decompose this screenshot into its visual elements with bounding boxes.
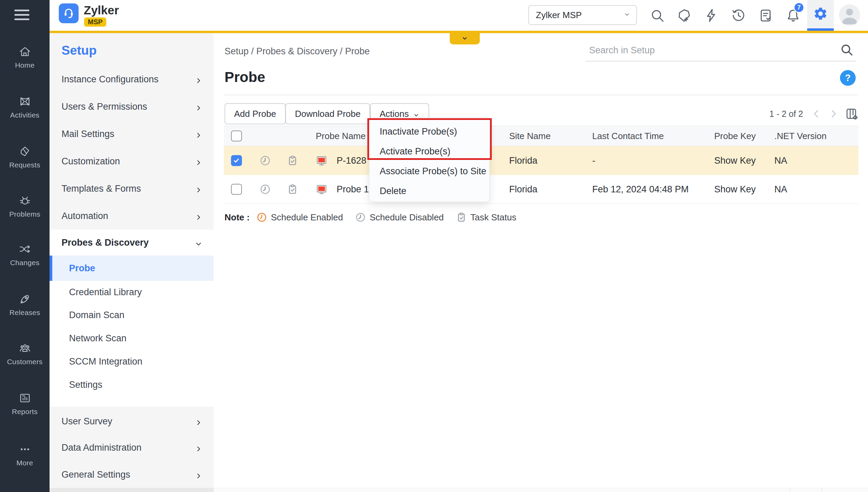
recent-items-button[interactable] bbox=[731, 8, 746, 23]
add-new-button[interactable] bbox=[676, 8, 692, 23]
main-content bbox=[214, 33, 868, 492]
rail-item-changes[interactable]: Changes bbox=[0, 243, 50, 267]
nav-customization[interactable]: Customization bbox=[50, 148, 214, 175]
rail-item-more[interactable]: More bbox=[0, 443, 50, 467]
setup-gear-button[interactable] bbox=[807, 0, 834, 31]
nav-label: Probe bbox=[69, 263, 95, 274]
chevron-down-icon bbox=[623, 10, 631, 20]
zylker-logo[interactable] bbox=[59, 3, 79, 23]
show-key-link[interactable]: Show Key bbox=[714, 184, 756, 194]
nav-automation[interactable]: Automation bbox=[50, 202, 214, 230]
page-title: Probe bbox=[225, 69, 265, 85]
menu-item-delete[interactable]: Delete bbox=[369, 181, 489, 201]
collapse-header-tab[interactable] bbox=[450, 33, 480, 44]
note-label: Note : bbox=[225, 212, 250, 223]
breadcrumb[interactable]: Setup / Probes & Discovery / Probe bbox=[225, 46, 370, 57]
nav-label: General Settings bbox=[62, 469, 130, 480]
nav-label: Settings bbox=[69, 380, 103, 390]
help-button[interactable]: ? bbox=[840, 70, 856, 86]
nav-credential-library[interactable]: Credential Library bbox=[50, 281, 214, 303]
col-site-name[interactable]: Site Name bbox=[509, 131, 551, 141]
table-row[interactable]: Probe 1 Florida Feb 12, 2024 04:48 PM Sh… bbox=[224, 175, 858, 204]
selected-indicator bbox=[50, 256, 52, 281]
show-key-link[interactable]: Show Key bbox=[714, 155, 756, 166]
hamburger-menu-icon[interactable] bbox=[14, 10, 29, 21]
rail-item-label: Customers bbox=[0, 358, 50, 366]
rail-item-problems[interactable]: Problems bbox=[0, 194, 50, 218]
nav-domain-scan[interactable]: Domain Scan bbox=[50, 303, 214, 327]
nav-mail-settings[interactable]: Mail Settings bbox=[50, 120, 214, 148]
sidebar-scrollbar[interactable] bbox=[50, 488, 214, 492]
task-status-icon[interactable] bbox=[286, 183, 299, 195]
rail-item-releases[interactable]: Releases bbox=[0, 292, 50, 317]
nav-label: Automation bbox=[62, 211, 108, 221]
rail-item-reports[interactable]: Reports bbox=[0, 392, 50, 416]
column-settings-icon[interactable] bbox=[845, 107, 858, 121]
rail-item-requests[interactable]: Requests bbox=[0, 145, 50, 169]
probe-name[interactable]: Probe 1 bbox=[337, 184, 369, 194]
table-row[interactable]: P-1628 Florida - Show Key NA bbox=[224, 146, 858, 175]
col-net-version[interactable]: .NET Version bbox=[774, 131, 827, 141]
prev-page-icon[interactable] bbox=[811, 108, 822, 120]
nav-templates-forms[interactable]: Templates & Forms bbox=[50, 175, 214, 202]
add-probe-button[interactable]: Add Probe bbox=[225, 103, 286, 124]
rail-item-customers[interactable]: Customers bbox=[0, 342, 50, 366]
org-select[interactable]: Zylker MSP bbox=[528, 5, 637, 25]
nav-user-survey[interactable]: User Survey bbox=[50, 409, 214, 434]
nav-network-scan[interactable]: Network Scan bbox=[50, 327, 214, 350]
nav-label: User Survey bbox=[62, 416, 112, 427]
chevron-right-icon bbox=[195, 185, 202, 192]
col-probe-key[interactable]: Probe Key bbox=[714, 131, 756, 141]
nav-general-settings[interactable]: General Settings bbox=[50, 461, 214, 488]
global-search-button[interactable] bbox=[649, 8, 665, 23]
chevron-right-icon bbox=[195, 158, 202, 165]
row-checkbox-checked[interactable] bbox=[231, 155, 242, 166]
chevron-right-icon bbox=[195, 131, 202, 137]
user-avatar[interactable] bbox=[839, 4, 860, 26]
setup-search-input[interactable] bbox=[589, 42, 828, 58]
app-window: Home Activities Requests Problems Change… bbox=[0, 0, 868, 492]
nav-instance-configurations[interactable]: Instance Configurations bbox=[50, 66, 214, 93]
quick-actions-button[interactable] bbox=[703, 8, 719, 23]
horizontal-scrollbar[interactable] bbox=[214, 488, 868, 492]
chevron-down-icon bbox=[195, 239, 202, 246]
actions-dropdown-menu: Inactivate Probe(s) Activate Probe(s) As… bbox=[369, 117, 490, 202]
next-page-icon[interactable] bbox=[828, 108, 839, 120]
nav-users-permissions[interactable]: Users & Permissions bbox=[50, 93, 214, 120]
site-name: Florida bbox=[509, 155, 538, 166]
nav-probes-discovery[interactable]: Probes & Discovery bbox=[50, 230, 214, 256]
schedule-disabled-icon bbox=[355, 211, 366, 223]
nav-data-administration[interactable]: Data Administration bbox=[50, 434, 214, 461]
search-icon[interactable] bbox=[839, 42, 854, 57]
rail-item-label: Home bbox=[0, 61, 50, 69]
select-all-checkbox[interactable] bbox=[231, 131, 242, 141]
chevron-right-icon bbox=[195, 213, 202, 219]
menu-item-associate-probes-to-site[interactable]: Associate Probe(s) to Site bbox=[369, 161, 489, 181]
table-header: Probe Name Site Name Last Contact Time P… bbox=[224, 126, 858, 146]
approvals-button[interactable] bbox=[758, 8, 774, 23]
col-probe-name[interactable]: Probe Name bbox=[316, 131, 366, 141]
download-probe-button[interactable]: Download Probe bbox=[285, 103, 370, 124]
rail-item-activities[interactable]: Activities bbox=[0, 95, 50, 119]
row-checkbox[interactable] bbox=[231, 184, 242, 195]
menu-item-inactivate-probes[interactable]: Inactivate Probe(s) bbox=[369, 122, 489, 141]
col-last-contact-time[interactable]: Last Contact Time bbox=[592, 131, 664, 141]
lightning-icon bbox=[703, 18, 719, 24]
last-contact-time: Feb 12, 2024 04:48 PM bbox=[592, 184, 689, 194]
probe-name[interactable]: P-1628 bbox=[337, 155, 366, 166]
nav-probe-selected[interactable]: Probe bbox=[50, 256, 214, 281]
rail-item-label: More bbox=[0, 459, 50, 467]
chevron-right-icon bbox=[195, 418, 202, 425]
rail-item-label: Problems bbox=[0, 210, 50, 218]
nav-sccm-integration[interactable]: SCCM Integration bbox=[50, 350, 214, 373]
setup-title: Setup bbox=[62, 43, 97, 58]
menu-item-activate-probes[interactable]: Activate Probe(s) bbox=[369, 141, 489, 161]
nav-settings[interactable]: Settings bbox=[50, 373, 214, 396]
person-icon bbox=[839, 21, 860, 26]
nav-label: Instance Configurations bbox=[62, 74, 159, 85]
tag-plus-icon bbox=[676, 18, 692, 24]
rail-item-home[interactable]: Home bbox=[0, 45, 50, 69]
task-status-icon[interactable] bbox=[286, 154, 299, 167]
rail-item-label: Changes bbox=[0, 259, 50, 267]
app-rail: Home Activities Requests Problems Change… bbox=[0, 0, 50, 492]
